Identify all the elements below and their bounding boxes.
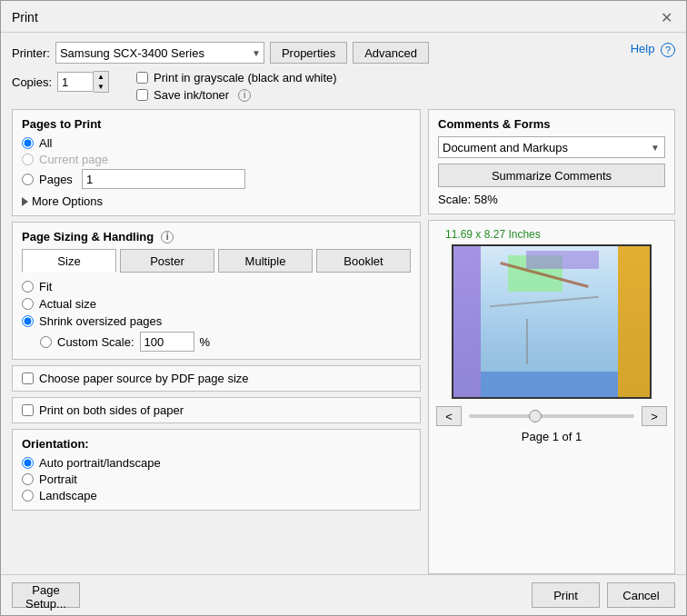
more-options[interactable]: More Options <box>22 194 411 208</box>
grayscale-checkbox[interactable] <box>136 72 148 84</box>
cancel-button[interactable]: Cancel <box>607 582 675 608</box>
copies-spinner[interactable]: ▲ ▼ <box>57 71 109 93</box>
comments-select-wrapper[interactable]: Document and Markups ▼ <box>438 136 665 158</box>
map-purple-block <box>526 251 599 269</box>
orientation-section: Orientation: Auto portrait/landscape Por… <box>12 429 421 511</box>
shrink-option[interactable]: Shrink oversized pages <box>22 314 411 328</box>
custom-scale-radio[interactable] <box>40 336 52 348</box>
current-page-radio[interactable] <box>22 154 34 165</box>
actual-size-radio[interactable] <box>22 298 34 310</box>
dialog-title: Print <box>12 10 38 25</box>
booklet-tab[interactable]: Booklet <box>316 249 411 273</box>
comments-section: Comments & Forms Document and Markups ▼ … <box>428 109 675 214</box>
paper-source-checkbox[interactable] <box>22 373 34 384</box>
print-dialog: Print ✕ Printer: Samsung SCX-3400 Series… <box>0 0 687 616</box>
portrait-radio[interactable] <box>22 473 34 485</box>
save-ink-checkbox[interactable] <box>136 89 148 101</box>
main-area: Pages to Print All Current page Pages <box>12 109 675 574</box>
paper-source-label: Choose paper source by PDF page size <box>39 372 249 385</box>
close-button[interactable]: ✕ <box>657 8 675 26</box>
map-bottom-bar <box>481 372 618 397</box>
preview-frame <box>452 244 652 399</box>
pages-section-title: Pages to Print <box>22 117 411 131</box>
next-page-button[interactable]: > <box>642 406 667 426</box>
fit-option[interactable]: Fit <box>22 280 411 293</box>
left-panel: Pages to Print All Current page Pages <box>12 109 421 574</box>
dialog-content: Printer: Samsung SCX-3400 Series ▼ Prope… <box>1 33 686 574</box>
bottom-right-buttons: Print Cancel <box>532 582 675 608</box>
paper-source-option[interactable]: Choose paper source by PDF page size <box>22 372 411 385</box>
actual-size-option[interactable]: Actual size <box>22 297 411 311</box>
pages-label: Pages <box>39 173 73 186</box>
grayscale-label: Print in grayscale (black and white) <box>154 71 337 84</box>
copies-up-button[interactable]: ▲ <box>94 72 108 82</box>
titlebar: Print ✕ <box>1 1 686 33</box>
all-pages-option[interactable]: All <box>22 136 411 150</box>
help-icon: ? <box>661 43 675 57</box>
preview-area: 11.69 x 8.27 Inches <box>428 220 675 574</box>
portrait-label: Portrait <box>39 472 77 486</box>
shrink-radio[interactable] <box>22 315 34 327</box>
map-road3 <box>526 319 528 364</box>
prev-page-button[interactable]: < <box>436 406 462 426</box>
auto-orientation-radio[interactable] <box>22 457 34 469</box>
landscape-option[interactable]: Landscape <box>22 489 411 502</box>
right-panel: Comments & Forms Document and Markups ▼ … <box>428 109 675 574</box>
save-ink-option[interactable]: Save ink/toner i <box>136 88 337 102</box>
size-tab[interactable]: Size <box>22 249 116 273</box>
sizing-section-title: Page Sizing & Handling i <box>22 230 411 243</box>
sizing-info-icon[interactable]: i <box>161 231 174 243</box>
all-radio[interactable] <box>22 137 34 149</box>
landscape-label: Landscape <box>39 489 97 502</box>
scale-text: Scale: 58% <box>438 193 665 206</box>
page-slider-thumb[interactable] <box>529 410 542 422</box>
pages-input[interactable] <box>82 169 245 189</box>
sizing-section: Page Sizing & Handling i Size Poster Mul… <box>12 222 421 360</box>
sizing-tabs: Size Poster Multiple Booklet <box>22 249 411 273</box>
map-road2 <box>490 296 599 307</box>
print-button[interactable]: Print <box>532 582 600 608</box>
pages-radio-group: All Current page Pages <box>22 136 411 189</box>
advanced-button[interactable]: Advanced <box>353 42 429 64</box>
printer-select[interactable]: Samsung SCX-3400 Series <box>55 42 264 64</box>
current-page-option[interactable]: Current page <box>22 153 411 166</box>
nav-controls: < > <box>436 406 667 426</box>
paper-source-section: Choose paper source by PDF page size <box>12 365 421 392</box>
save-ink-info-icon[interactable]: i <box>238 89 251 102</box>
auto-orientation-option[interactable]: Auto portrait/landscape <box>22 456 411 470</box>
shrink-label: Shrink oversized pages <box>39 314 162 328</box>
comments-select[interactable]: Document and Markups <box>438 136 665 158</box>
printer-label: Printer: <box>12 46 50 60</box>
page-setup-button[interactable]: Page Setup... <box>12 582 80 608</box>
copies-label: Copies: <box>12 75 52 89</box>
help-link[interactable]: Help ? <box>631 42 675 57</box>
print-options-group: Print in grayscale (black and white) Sav… <box>136 71 337 102</box>
orientation-title: Orientation: <box>22 437 411 451</box>
both-sides-option[interactable]: Print on both sides of paper <box>22 403 411 417</box>
portrait-option[interactable]: Portrait <box>22 472 411 486</box>
multiple-tab[interactable]: Multiple <box>218 249 313 273</box>
copies-input[interactable] <box>57 72 94 92</box>
both-sides-checkbox[interactable] <box>22 404 34 416</box>
copies-down-button[interactable]: ▼ <box>94 82 108 92</box>
landscape-radio[interactable] <box>22 490 34 502</box>
page-info: Page 1 of 1 <box>522 430 582 443</box>
pages-option[interactable]: Pages <box>22 169 411 189</box>
auto-orientation-label: Auto portrait/landscape <box>39 456 161 470</box>
fit-radio[interactable] <box>22 281 34 293</box>
pages-radio[interactable] <box>22 174 34 185</box>
grayscale-option[interactable]: Print in grayscale (black and white) <box>136 71 337 84</box>
properties-button[interactable]: Properties <box>270 42 347 64</box>
custom-scale-input[interactable] <box>140 332 194 352</box>
printer-select-wrapper[interactable]: Samsung SCX-3400 Series ▼ <box>55 42 264 64</box>
both-sides-section: Print on both sides of paper <box>12 397 421 423</box>
poster-tab[interactable]: Poster <box>120 249 214 273</box>
map-right-sidebar <box>618 246 650 397</box>
comments-title: Comments & Forms <box>438 117 665 131</box>
fit-label: Fit <box>39 280 52 293</box>
preview-map <box>453 246 650 397</box>
actual-size-label: Actual size <box>39 297 96 311</box>
preview-size-label: 11.69 x 8.27 Inches <box>445 228 541 241</box>
summarize-button[interactable]: Summarize Comments <box>438 164 665 187</box>
all-label: All <box>39 136 52 150</box>
